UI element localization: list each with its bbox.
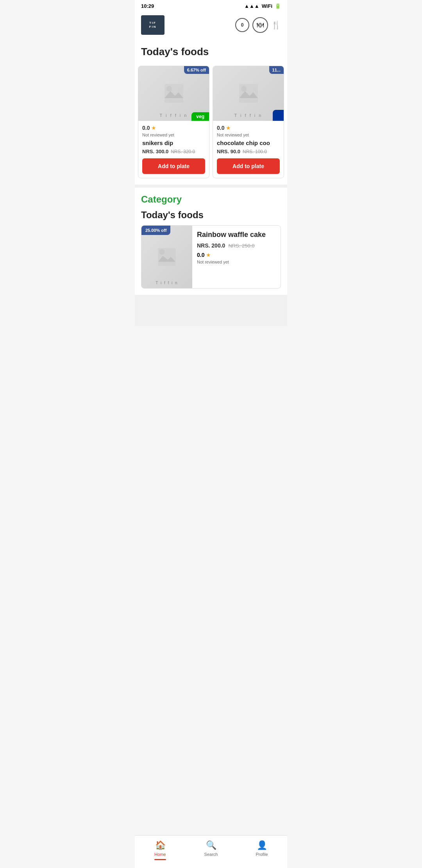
todays-foods-section: Today's foods 6.67% off veg T i f f i n [135,39,287,185]
logo-line1: TIF [149,21,157,25]
price-row-1: NRS. 300.0 NRS. 320.0 [142,149,205,154]
food-list-image-rainbow: 25.00% off T i f f i n [141,226,192,288]
rating-row-1: 0.0 ★ [142,125,205,131]
food-list-info-rainbow: Rainbow waffle cake NRS. 200.0 NRS. 250.… [197,226,281,288]
nav-label-home: Home [154,852,166,857]
main-content: Today's foods 6.67% off veg T i f f i n [135,39,287,326]
price-current-2: NRS. 90.0 [217,149,240,154]
category-title: Category [141,194,281,205]
food-name-1: snikers dip [142,140,205,146]
food-info-chocolate: 0.0 ★ Not reviewed yet chocolate chip co… [213,121,284,178]
food-list-price-original: NRS. 250.0 [228,243,254,249]
price-original-1: NRS. 320.0 [171,149,195,154]
review-text-2: Not reviewed yet [217,133,280,137]
review-text-1: Not reviewed yet [142,133,205,137]
plate-icon[interactable]: 🍽 [252,17,268,33]
food-image-chocolate: 11... T i f f i n [213,66,284,121]
food-name-2: chocolate chip coo [217,140,280,146]
food-list-star-icon: ★ [206,252,211,258]
todays-foods-title: Today's foods [135,39,287,63]
discount-badge-1: 6.67% off [184,66,209,74]
svg-point-8 [159,249,165,255]
header-right: 0 🍽 🍴 [235,17,281,33]
price-row-2: NRS. 90.0 NRS. 100.0 [217,149,280,154]
home-active-indicator [154,859,166,860]
app-header: TIF FIN 0 🍽 🍴 [135,12,287,39]
search-icon: 🔍 [206,840,216,850]
status-bar: 10:29 ▲▲▲ WiFi 🔋 [135,0,287,12]
nav-label-search: Search [204,852,218,857]
svg-point-5 [241,86,246,91]
logo-box: TIF FIN [141,15,165,35]
food-list-review-text: Not reviewed yet [197,260,276,264]
tiffin-watermark-2: T i f f i n [213,113,284,118]
add-to-plate-button-1[interactable]: Add to plate [142,158,205,174]
todays-foods-title-2: Today's foods [141,210,281,221]
fork-knife-icon: 🍴 [271,20,281,30]
food-list-tiffin-watermark: T i f f i n [141,281,192,285]
food-list-item-rainbow: 25.00% off T i f f i n Rainbow waffle ca… [141,225,281,289]
foods-grid: 6.67% off veg T i f f i n 0.0 ★ Not revi… [135,63,287,181]
cart-count: 0 [241,22,244,28]
food-card-chocolate-chip: 11... T i f f i n 0.0 ★ Not reviewed yet… [213,66,284,178]
bottom-nav: 🏠 Home 🔍 Search 👤 Profile [135,835,287,868]
category-section: Category Today's foods 25.00% off T i f … [135,188,287,295]
signal-icon: ▲▲▲ [244,3,259,9]
food-list-rating-value: 0.0 [197,252,204,258]
nav-item-search[interactable]: 🔍 Search [186,839,236,862]
svg-point-2 [166,86,172,91]
rating-row-2: 0.0 ★ [217,125,280,131]
food-list-price-current: NRS. 200.0 [197,242,225,249]
tiffin-watermark-1: T i f f i n [138,113,209,118]
food-list-discount-badge: 25.00% off [141,226,170,235]
logo-text: TIF FIN [149,21,157,29]
star-icon-2: ★ [226,125,231,131]
wifi-icon: WiFi [262,3,272,9]
battery-icon: 🔋 [275,3,281,9]
food-image-snikers: 6.67% off veg T i f f i n [138,66,209,121]
food-list-price-row-rainbow: NRS. 200.0 NRS. 250.0 [197,242,276,249]
home-icon: 🏠 [155,840,166,850]
rating-value-2: 0.0 [217,125,224,131]
profile-icon: 👤 [257,840,267,850]
logo-line2: FIN [149,25,157,29]
rating-value-1: 0.0 [142,125,150,131]
discount-badge-2: 11... [269,66,284,74]
food-list-name-rainbow: Rainbow waffle cake [197,230,276,239]
nav-item-profile[interactable]: 👤 Profile [236,839,287,862]
cart-badge[interactable]: 0 [235,18,249,32]
food-info-snikers: 0.0 ★ Not reviewed yet snikers dip NRS. … [138,121,209,178]
food-card-snikers-dip: 6.67% off veg T i f f i n 0.0 ★ Not revi… [138,66,209,178]
status-time: 10:29 [141,3,154,9]
bottom-spacer [135,295,287,326]
price-original-2: NRS. 100.0 [243,149,267,154]
star-icon-1: ★ [151,125,156,131]
add-to-plate-button-2[interactable]: Add to plate [217,158,280,174]
nav-label-profile: Profile [256,852,268,857]
nav-item-home[interactable]: 🏠 Home [135,839,186,862]
logo-container: TIF FIN [141,15,165,35]
food-list-rating-row: 0.0 ★ [197,252,276,258]
price-current-1: NRS. 300.0 [142,149,168,154]
status-icons: ▲▲▲ WiFi 🔋 [244,3,281,9]
